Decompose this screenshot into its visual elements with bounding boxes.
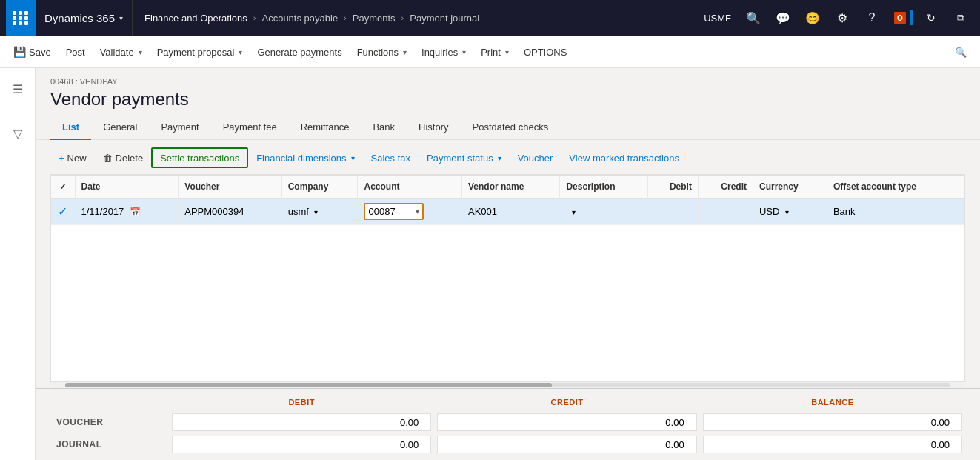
scrollbar-track[interactable] — [65, 383, 950, 387]
row-company[interactable]: usmf ▾ — [281, 199, 358, 225]
col-date: Date — [75, 176, 179, 199]
settle-transactions-button[interactable]: Settle transactions — [151, 147, 248, 168]
breadcrumb-accounts-payable[interactable]: Accounts payable — [261, 13, 338, 24]
debit-header: DEBIT — [169, 395, 434, 410]
footer-totals: DEBIT CREDIT BALANCE VOUCHER 0.00 0.00 0… — [36, 388, 980, 460]
sidebar-left: ☰ ▽ — [0, 68, 36, 460]
page-title: Vendor payments — [50, 89, 965, 110]
row-checkbox-checked: ✓ — [58, 205, 67, 218]
horizontal-scrollbar[interactable] — [50, 382, 965, 388]
functions-button[interactable]: Functions ▾ — [350, 40, 414, 64]
tab-postdated-checks[interactable]: Postdated checks — [461, 116, 561, 140]
sales-tax-button[interactable]: Sales tax — [363, 147, 419, 168]
col-credit: Credit — [698, 176, 753, 199]
options-button[interactable]: OPTIONS — [516, 40, 575, 64]
account-field-wrapper[interactable]: ▾ — [364, 203, 424, 220]
row-description[interactable]: ▾ — [560, 199, 648, 225]
tab-remittance[interactable]: Remittance — [289, 116, 361, 140]
breadcrumb-payment-journal[interactable]: Payment journal — [410, 13, 479, 24]
refresh-icon[interactable]: ↻ — [918, 4, 944, 31]
save-icon: 💾 — [13, 46, 26, 58]
print-chevron-icon: ▾ — [505, 48, 509, 56]
description-dropdown-icon[interactable]: ▾ — [572, 208, 576, 216]
row-vendor-name: AK001 — [462, 199, 560, 225]
post-button[interactable]: Post — [59, 40, 93, 64]
org-selector[interactable]: USMF — [698, 13, 737, 24]
print-button[interactable]: Print ▾ — [473, 40, 516, 64]
col-offset-account-type: Offset account type — [827, 176, 964, 199]
journal-table: ✓ Date Voucher Company Account Vendor na… — [50, 175, 965, 382]
journal-balance-value: 0.00 — [703, 436, 962, 453]
row-currency[interactable]: USD ▾ — [753, 199, 827, 225]
breadcrumb: Finance and Operations › Accounts payabl… — [133, 13, 698, 24]
row-date[interactable]: 1/11/2017 📅 — [75, 199, 179, 225]
generate-payments-button[interactable]: Generate payments — [250, 40, 349, 64]
fullscreen-icon[interactable]: ⧉ — [947, 4, 974, 31]
chat-icon[interactable]: 💬 — [770, 4, 796, 31]
col-description: Description — [560, 176, 648, 199]
row-credit[interactable] — [698, 199, 753, 225]
brand-chevron-icon: ▾ — [119, 14, 123, 22]
view-marked-transactions-button[interactable]: View marked transactions — [561, 147, 687, 168]
row-debit[interactable] — [648, 199, 698, 225]
filter-icon[interactable]: ▽ — [3, 119, 33, 148]
save-button[interactable]: 💾 Save — [6, 40, 59, 64]
tab-history[interactable]: History — [407, 116, 460, 140]
validate-button[interactable]: Validate ▾ — [93, 40, 150, 64]
dynamics-brand[interactable]: Dynamics 365 ▾ — [36, 0, 133, 36]
financial-dimensions-chevron-icon: ▾ — [351, 154, 355, 162]
calendar-icon[interactable]: 📅 — [130, 207, 141, 217]
journal-debit-value: 0.00 — [172, 436, 431, 453]
col-company: Company — [281, 176, 358, 199]
account-dropdown-icon[interactable]: ▾ — [416, 207, 419, 216]
new-button[interactable]: + New — [50, 147, 95, 168]
payment-proposal-button[interactable]: Payment proposal ▾ — [150, 40, 250, 64]
top-navigation: Dynamics 365 ▾ Finance and Operations › … — [0, 0, 980, 36]
scrollbar-thumb[interactable] — [65, 383, 552, 387]
voucher-credit-value: 0.00 — [437, 413, 696, 431]
tab-bank[interactable]: Bank — [361, 116, 407, 140]
account-input[interactable] — [368, 206, 413, 217]
tab-list[interactable]: List — [50, 116, 91, 140]
delete-button[interactable]: 🗑 Delete — [95, 147, 152, 168]
company-dropdown-icon[interactable]: ▾ — [314, 208, 318, 216]
select-all-checkbox[interactable]: ✓ — [59, 181, 67, 192]
voucher-debit-value: 0.00 — [172, 413, 431, 431]
nav-actions: USMF 🔍 💬 😊 ⚙ ? O ↻ ⧉ — [698, 4, 974, 31]
totals-empty-cell — [50, 395, 169, 410]
nav-blue-bar — [910, 10, 913, 25]
journal-label: JOURNAL — [50, 436, 169, 453]
main-layout: ☰ ▽ 00468 : VENDPAY Vendor payments List… — [0, 68, 980, 460]
main-content: 00468 : VENDPAY Vendor payments List Gen… — [36, 68, 980, 460]
breadcrumb-sep-1: › — [253, 13, 256, 22]
content-area: + New 🗑 Delete Settle transactions Finan… — [36, 140, 980, 388]
user-icon[interactable]: 😊 — [799, 4, 826, 31]
table-row[interactable]: ✓ 1/11/2017 📅 APPM000394 usmf ▾ — [51, 199, 964, 225]
hamburger-menu-icon[interactable]: ☰ — [3, 74, 33, 104]
financial-dimensions-button[interactable]: Financial dimensions ▾ — [248, 147, 362, 168]
apps-grid-icon — [13, 11, 29, 25]
row-account[interactable]: ▾ — [358, 199, 462, 225]
voucher-button[interactable]: Voucher — [510, 147, 561, 168]
toolbar-search-button[interactable]: 🔍 — [947, 40, 974, 64]
toolbar: 💾 Save Post Validate ▾ Payment proposal … — [0, 36, 980, 68]
tab-payment[interactable]: Payment — [149, 116, 210, 140]
tabs-bar: List General Payment Payment fee Remitta… — [36, 116, 980, 140]
payment-status-button[interactable]: Payment status ▾ — [419, 147, 510, 168]
action-bar: + New 🗑 Delete Settle transactions Finan… — [50, 140, 965, 175]
search-icon[interactable]: 🔍 — [740, 4, 767, 31]
inquiries-button[interactable]: Inquiries ▾ — [414, 40, 473, 64]
col-check: ✓ — [51, 176, 75, 199]
voucher-label: VOUCHER — [50, 414, 169, 430]
tab-payment-fee[interactable]: Payment fee — [211, 116, 289, 140]
breadcrumb-payments[interactable]: Payments — [353, 13, 396, 24]
help-icon[interactable]: ? — [859, 4, 885, 31]
delete-icon: 🗑 — [103, 153, 113, 164]
col-account: Account — [358, 176, 462, 199]
voucher-balance-value: 0.00 — [703, 413, 962, 431]
toolbar-search-icon: 🔍 — [955, 47, 967, 58]
tab-general[interactable]: General — [91, 116, 149, 140]
settings-icon[interactable]: ⚙ — [829, 4, 856, 31]
currency-dropdown-icon[interactable]: ▾ — [785, 208, 789, 216]
apps-button[interactable] — [6, 0, 36, 36]
